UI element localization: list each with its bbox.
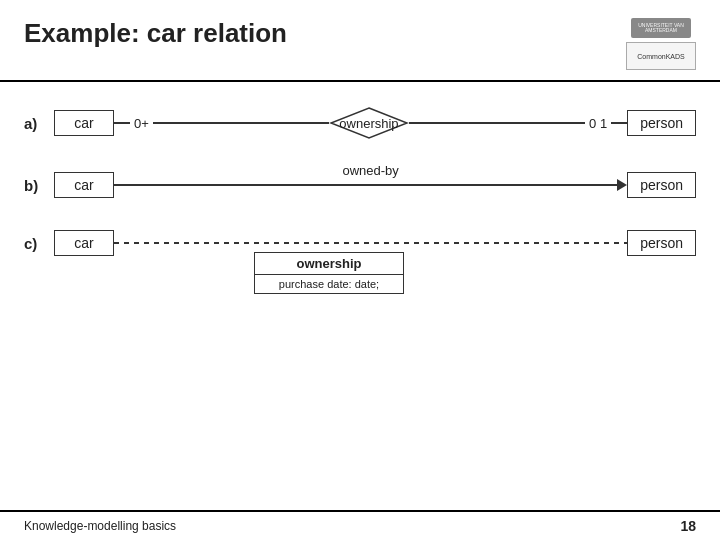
footer-page-number: 18: [680, 518, 696, 534]
arrow-line: owned-by: [114, 179, 627, 191]
class-box-title: ownership: [255, 253, 403, 275]
diamond-label: ownership: [339, 116, 398, 131]
slide-title: Example: car relation: [24, 18, 287, 49]
arrow-label: owned-by: [342, 163, 398, 178]
line-a-left: [114, 122, 130, 124]
slide-container: Example: car relation UNIVERSITEIT VAN A…: [0, 0, 720, 540]
arrow-line-body: [114, 184, 617, 186]
logo-area: UNIVERSITEIT VAN AMSTERDAM CommonKADS: [626, 18, 696, 70]
footer-left: Knowledge-modelling basics: [24, 519, 176, 533]
line-a-right2: [611, 122, 627, 124]
diamond-shape: ownership: [329, 106, 409, 140]
row-b-content: car owned-by person: [54, 172, 696, 198]
row-c-label: c): [24, 235, 54, 252]
commonkads-logo: CommonKADS: [626, 42, 696, 70]
header: Example: car relation UNIVERSITEIT VAN A…: [0, 0, 720, 82]
diagram-row-b: b) car owned-by person: [24, 172, 696, 198]
row-a-content: car 0+ ownership 0 1: [54, 106, 696, 140]
row-c-left-entity: car: [54, 230, 114, 256]
multiplicity-a-left: 0+: [130, 116, 153, 131]
diagram-row-a: a) car 0+ ownership: [24, 106, 696, 140]
class-box-attr: purchase date: date;: [255, 275, 403, 293]
row-a-label: a): [24, 115, 54, 132]
row-a-left-entity: car: [54, 110, 114, 136]
multiplicity-a-right: 0 1: [585, 116, 611, 131]
footer: Knowledge-modelling basics 18: [0, 510, 720, 540]
row-b-right-entity: person: [627, 172, 696, 198]
row-a-right-entity: person: [627, 110, 696, 136]
diagram-row-c: c) car person ownership purchase date: d…: [24, 230, 696, 256]
main-content: a) car 0+ ownership: [0, 82, 720, 298]
line-a-left2: [153, 122, 329, 124]
row-c-right-entity: person: [627, 230, 696, 256]
row-b-left-entity: car: [54, 172, 114, 198]
dashed-line-c: [114, 242, 627, 244]
ownership-class-box: ownership purchase date: date;: [254, 252, 404, 294]
arrowhead: [617, 179, 627, 191]
university-logo: UNIVERSITEIT VAN AMSTERDAM: [631, 18, 691, 38]
row-b-label: b): [24, 177, 54, 194]
line-a-right1: [409, 122, 585, 124]
